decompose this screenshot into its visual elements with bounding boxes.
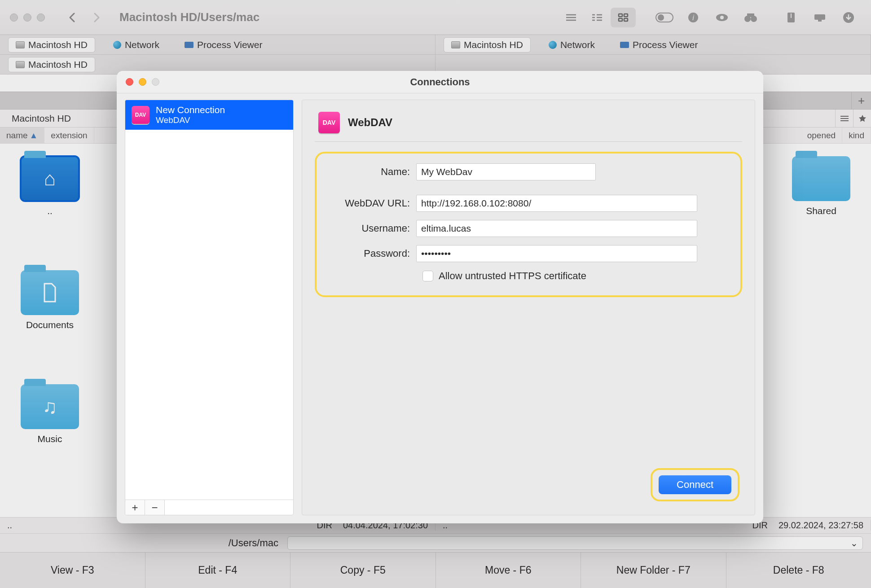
folder-music-icon: ♫	[21, 384, 79, 429]
col-name[interactable]: name ▲	[0, 127, 44, 143]
connect-highlight: Connect	[651, 468, 739, 501]
col-kind[interactable]: kind	[842, 127, 871, 143]
pane-tabs-row: Macintosh HD Network Process Viewer Maci…	[0, 35, 871, 55]
tab-macintosh-hd-left[interactable]: Macintosh HD	[8, 37, 95, 53]
list-mode-icon[interactable]	[835, 110, 853, 127]
connect-button[interactable]: Connect	[659, 475, 731, 494]
url-label: WebDAV URL:	[328, 197, 416, 209]
breadcrumb-label[interactable]: Macintosh HD	[12, 113, 71, 124]
nav-forward-button[interactable]	[84, 8, 110, 27]
folder-shared[interactable]: Shared	[787, 156, 855, 216]
tab-network-left[interactable]: Network	[106, 38, 167, 52]
monitor-icon	[185, 42, 194, 48]
allow-untrusted-label: Allow untrusted HTTPS certificate	[439, 270, 586, 282]
username-label: Username:	[328, 223, 416, 234]
sidebar-footer: + −	[125, 500, 293, 515]
view-grid-icon[interactable]	[611, 8, 636, 27]
delete-button[interactable]: Delete - F8	[726, 553, 871, 588]
password-label: Password:	[328, 248, 416, 259]
edit-button[interactable]: Edit - F4	[145, 553, 291, 588]
svg-point-14	[658, 14, 664, 21]
svg-rect-24	[814, 14, 825, 20]
svg-rect-9	[619, 14, 622, 17]
folder-documents-icon	[21, 270, 79, 315]
name-input[interactable]	[416, 163, 596, 180]
server-icon[interactable]	[807, 8, 832, 27]
svg-rect-12	[624, 18, 628, 21]
path-bar: /Users/mac ⌄	[0, 533, 871, 552]
move-button[interactable]: Move - F6	[436, 553, 581, 588]
add-connection-button[interactable]: +	[125, 500, 145, 515]
url-input[interactable]	[416, 195, 697, 212]
webdav-badge-icon: DAV	[318, 112, 340, 133]
window-toolbar: Macintosh HD/Users/mac i	[0, 0, 871, 35]
password-input[interactable]	[416, 245, 697, 262]
archive-icon[interactable]	[779, 8, 804, 27]
form-title: WebDAV	[348, 116, 392, 129]
download-icon[interactable]	[836, 8, 861, 27]
nav-back-button[interactable]	[59, 8, 84, 27]
connections-modal: Connections DAV New Connection WebDAV + …	[117, 71, 763, 523]
nav-arrows	[59, 8, 110, 27]
disk-icon	[451, 41, 460, 48]
monitor-icon	[620, 42, 629, 48]
tab-process-viewer-left[interactable]: Process Viewer	[177, 38, 270, 52]
subtab-macintosh-hd[interactable]: Macintosh HD	[8, 57, 95, 72]
connection-item-webdav[interactable]: DAV New Connection WebDAV	[125, 100, 293, 130]
toolbar-view-group: i	[558, 7, 861, 28]
connection-form-panel: DAV WebDAV Name: WebDAV URL: Username:	[302, 100, 755, 515]
svg-rect-10	[624, 14, 628, 17]
close-window-icon[interactable]	[10, 13, 18, 22]
name-label: Name:	[328, 166, 416, 178]
modal-close-icon[interactable]	[126, 78, 133, 86]
globe-icon	[549, 41, 557, 49]
preview-eye-icon[interactable]	[709, 8, 735, 27]
svg-point-18	[720, 16, 724, 19]
svg-rect-11	[619, 18, 622, 21]
status-right-date: 29.02.2024, 23:27:58	[779, 520, 863, 531]
webdav-badge-icon: DAV	[132, 106, 150, 124]
svg-rect-21	[747, 13, 754, 17]
status-left-dots: ..	[7, 520, 12, 531]
tab-macintosh-hd-right[interactable]: Macintosh HD	[444, 37, 531, 53]
modal-zoom-icon	[152, 78, 159, 86]
folder-home-icon: ⌂	[21, 156, 79, 201]
folder-documents[interactable]: Documents	[16, 270, 84, 330]
path-dropdown[interactable]: ⌄	[287, 536, 863, 550]
new-folder-button[interactable]: New Folder - F7	[581, 553, 726, 588]
modal-minimize-icon[interactable]	[139, 78, 146, 86]
connection-item-subtitle: WebDAV	[156, 115, 225, 125]
form-header: DAV WebDAV	[315, 110, 742, 142]
favorite-star-icon[interactable]	[853, 110, 871, 127]
info-icon[interactable]: i	[681, 8, 706, 27]
remove-connection-button[interactable]: −	[145, 500, 165, 515]
view-list-icon[interactable]	[559, 8, 584, 27]
function-key-bar: View - F3 Edit - F4 Copy - F5 Move - F6 …	[0, 552, 871, 588]
toggle-switch-icon[interactable]	[652, 8, 677, 27]
folder-music[interactable]: ♫ Music	[16, 384, 84, 444]
view-columns-icon[interactable]	[585, 8, 610, 27]
folder-shared-icon	[792, 156, 850, 201]
tab-network-right[interactable]: Network	[541, 38, 602, 52]
copy-button[interactable]: Copy - F5	[290, 553, 436, 588]
col-extension[interactable]: extension	[44, 127, 94, 143]
minimize-window-icon[interactable]	[23, 13, 31, 22]
disk-icon	[16, 61, 25, 68]
svg-rect-25	[818, 20, 822, 22]
disk-icon	[16, 41, 25, 48]
zoom-window-icon[interactable]	[37, 13, 45, 22]
allow-untrusted-checkbox[interactable]	[422, 271, 433, 281]
username-input[interactable]	[416, 220, 697, 237]
window-traffic-lights	[10, 13, 45, 22]
form-highlight: Name: WebDAV URL: Username: Password:	[315, 152, 742, 297]
modal-titlebar: Connections	[117, 71, 763, 93]
modal-traffic-lights	[126, 78, 159, 86]
current-path: /Users/mac	[0, 537, 287, 549]
left-pane-tabs: Macintosh HD Network Process Viewer	[0, 35, 436, 54]
col-opened[interactable]: opened	[801, 127, 842, 143]
folder-up[interactable]: ⌂ ..	[16, 156, 84, 216]
tab-process-viewer-right[interactable]: Process Viewer	[613, 38, 705, 52]
add-tab-button[interactable]: +	[851, 92, 871, 109]
binoculars-icon[interactable]	[738, 8, 763, 27]
view-button[interactable]: View - F3	[0, 553, 145, 588]
